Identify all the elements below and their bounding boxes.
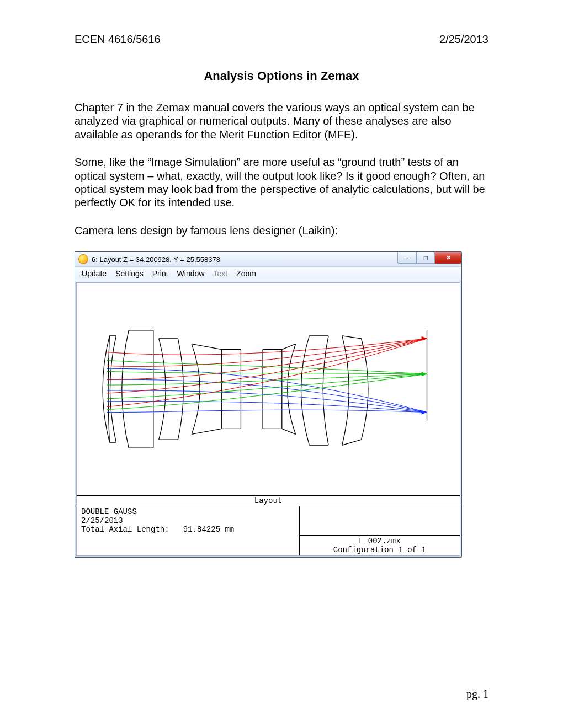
layout-info-left: DOUBLE GAUSS 2/25/2013 Total Axial Lengt… [77,506,299,535]
app-icon [78,254,88,264]
layout-plot-area: Layout DOUBLE GAUSS 2/25/2013 Total Axia… [76,282,460,556]
lens-layout-diagram [77,283,460,495]
minimize-button[interactable]: – [397,252,416,264]
ray-fan-mid [107,361,427,410]
focus-arrows [422,336,427,415]
header-course: ECEN 4616/5616 [75,33,161,46]
menu-text[interactable]: Text [213,269,227,278]
paragraph-3: Camera lens design by famous lens design… [75,224,488,237]
ray-fan-axial [107,368,427,412]
window-titlebar[interactable]: 6: Layout Z = 34.200928, Y = 25.558378 –… [75,252,461,267]
layout-label: Layout [77,495,460,506]
menu-update[interactable]: Update [82,269,107,278]
menu-zoom[interactable]: Zoom [236,269,256,278]
zemax-layout-window: 6: Layout Z = 34.200928, Y = 25.558378 –… [75,251,462,558]
layout-info-right-top [299,506,460,535]
menu-print[interactable]: Print [152,269,168,278]
lens-elements [103,330,427,448]
close-button[interactable]: ✕ [435,252,461,264]
menu-settings[interactable]: Settings [115,269,144,278]
layout-info-right-bottom: L_002.zmx Configuration 1 of 1 [299,535,460,555]
window-title: 6: Layout Z = 34.200928, Y = 25.558378 [92,255,397,264]
page-number: pg. 1 [466,688,488,700]
header-date: 2/25/2013 [439,33,488,46]
menu-window[interactable]: Window [177,269,205,278]
paragraph-2: Some, like the “Image Simulation” are mo… [75,156,488,210]
paragraph-1: Chapter 7 in the Zemax manual covers the… [75,101,488,141]
menubar: Update Settings Print Window Text Zoom [75,267,461,281]
page-title: Analysis Options in Zemax [75,69,488,83]
maximize-button[interactable]: ◻ [416,252,435,264]
